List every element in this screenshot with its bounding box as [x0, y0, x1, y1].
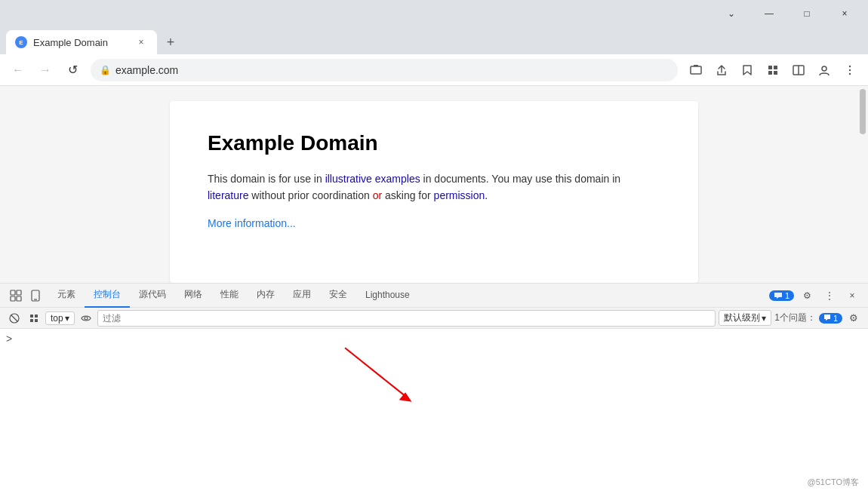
svg-rect-5	[774, 71, 777, 75]
new-tab-button[interactable]: +	[160, 32, 181, 53]
url-bar[interactable]: 🔒 example.com	[91, 59, 678, 81]
devtools-tabs: 元素 控制台 源代码 网络 性能 内存 应用 安全 Lighthouse 1 ⚙…	[0, 284, 868, 308]
devtools-tab-console[interactable]: 控制台	[85, 284, 130, 308]
share-button[interactable]	[709, 58, 734, 82]
screenshot-button[interactable]	[684, 58, 708, 82]
chevron-down-btn[interactable]: ⌄	[714, 2, 749, 26]
svg-rect-13	[17, 290, 21, 295]
svg-rect-2	[768, 66, 772, 69]
highlight-or: or	[373, 189, 382, 201]
devtools-tab-security[interactable]: 安全	[320, 284, 356, 308]
svg-point-24	[85, 317, 88, 320]
issue-chat-icon	[823, 314, 831, 321]
page-paragraph: This domain is for use in illustrative e…	[208, 170, 660, 204]
console-gear-button[interactable]: ⚙	[845, 310, 862, 327]
devtools-tab-sources[interactable]: 源代码	[130, 284, 175, 308]
console-caret[interactable]: >	[6, 333, 12, 345]
svg-point-9	[849, 65, 851, 66]
minimize-button[interactable]: —	[752, 2, 786, 26]
menu-icon	[843, 63, 857, 77]
console-context-label: top	[51, 313, 63, 324]
svg-line-25	[345, 348, 408, 398]
console-block-icon	[29, 313, 39, 324]
address-bar: ← → ↺ 🔒 example.com	[0, 54, 868, 86]
svg-marker-26	[399, 392, 412, 402]
back-button[interactable]: ←	[6, 58, 30, 82]
more-info-link[interactable]: More information...	[208, 217, 296, 229]
extensions-button[interactable]	[761, 58, 785, 82]
forward-button[interactable]: →	[33, 58, 57, 82]
svg-rect-4	[768, 71, 772, 75]
console-eye-button[interactable]	[78, 310, 94, 327]
console-content: >	[0, 329, 868, 494]
devtools-tab-memory[interactable]: 内存	[248, 284, 284, 308]
split-view-button[interactable]	[786, 58, 811, 82]
console-context-selector[interactable]: top ▾	[45, 311, 75, 325]
svg-point-11	[849, 72, 851, 74]
split-view-icon	[792, 63, 805, 77]
bookmark-icon	[740, 63, 754, 77]
svg-rect-3	[774, 66, 777, 69]
close-window-button[interactable]: ×	[827, 2, 862, 26]
svg-rect-0	[691, 66, 701, 74]
devtools-tab-performance[interactable]: 性能	[211, 284, 248, 308]
svg-rect-23	[35, 319, 38, 322]
chat-icon	[774, 291, 783, 300]
inspect-element-button[interactable]	[6, 286, 26, 305]
menu-button[interactable]	[838, 58, 862, 82]
devtools-tab-lighthouse[interactable]: Lighthouse	[356, 284, 419, 308]
devtools-more-button[interactable]: ⋮	[820, 286, 839, 305]
console-right-controls: 默认级别 ▾ 1个问题： 1 ⚙	[719, 310, 862, 327]
console-toolbar: top ▾ 默认级别 ▾ 1个问题： 1	[0, 308, 868, 329]
title-bar: ⌄ — □ ×	[0, 0, 868, 27]
devtools-settings-button[interactable]: ⚙	[797, 286, 817, 305]
devtools-tab-application[interactable]: 应用	[284, 284, 320, 308]
maximize-button[interactable]: □	[790, 2, 824, 26]
reload-button[interactable]: ↺	[60, 58, 85, 82]
share-icon	[715, 63, 728, 77]
device-toolbar-button[interactable]	[26, 286, 45, 305]
link-examples: illustrative examples	[325, 173, 420, 185]
clear-console-button[interactable]	[6, 310, 23, 327]
red-arrow-annotation	[0, 329, 868, 494]
svg-line-19	[11, 315, 17, 321]
svg-rect-21	[35, 315, 38, 318]
bookmark-button[interactable]	[735, 58, 759, 82]
issue-badge: 1	[819, 313, 842, 324]
devtools-tab-elements[interactable]: 元素	[48, 284, 85, 308]
console-level-selector[interactable]: 默认级别 ▾	[719, 310, 771, 326]
issue-count-num: 1	[833, 314, 838, 323]
link-literature: literature	[208, 189, 248, 201]
devtools-close-button[interactable]: ×	[842, 286, 862, 305]
clear-icon	[9, 313, 20, 324]
inspect-icon	[10, 290, 22, 302]
messages-badge: 1	[769, 290, 794, 301]
level-label: 默认级别	[724, 311, 760, 324]
svg-point-8	[822, 66, 826, 71]
svg-rect-15	[17, 296, 21, 301]
lock-icon: 🔒	[100, 65, 111, 75]
svg-rect-12	[11, 290, 15, 295]
link-permission: permission.	[434, 189, 488, 201]
tab-close-button[interactable]: ×	[134, 35, 148, 49]
context-arrow-icon: ▾	[65, 313, 69, 324]
console-filter-input[interactable]	[97, 310, 716, 327]
tab-favicon: E	[15, 36, 27, 48]
issue-prefix: 1个问题：	[774, 311, 816, 324]
active-tab[interactable]: E Example Domain ×	[6, 30, 157, 54]
svg-rect-22	[30, 319, 33, 322]
devtools-tab-network[interactable]: 网络	[175, 284, 211, 308]
devtools-actions: 1 ⚙ ⋮ ×	[769, 286, 862, 305]
device-icon	[30, 290, 41, 302]
scrollbar[interactable]	[857, 86, 868, 283]
watermark: @51CTO博客	[808, 477, 859, 488]
toolbar-icons	[684, 58, 862, 82]
eye-icon	[81, 314, 91, 323]
page-main-title: Example Domain	[208, 131, 660, 155]
profile-button[interactable]	[812, 58, 836, 82]
window-controls: ⌄ — □ ×	[714, 2, 862, 26]
svg-point-10	[849, 69, 851, 70]
level-arrow-icon: ▾	[762, 313, 766, 324]
tab-title: Example Domain	[33, 37, 128, 48]
console-settings-btn[interactable]	[26, 310, 42, 327]
